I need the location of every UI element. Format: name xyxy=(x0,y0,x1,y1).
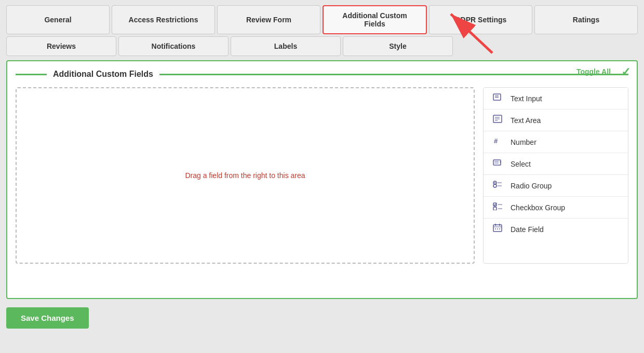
number-icon: # xyxy=(492,137,504,147)
field-sidebar: Text Input Text Area # Number xyxy=(483,87,628,264)
tab-row-2: Reviews Notifications Labels Style xyxy=(6,36,638,56)
field-item-date-field[interactable]: Date Field xyxy=(484,219,628,240)
toggle-all-button[interactable]: Toggle All xyxy=(576,67,611,76)
svg-text:#: # xyxy=(494,137,498,145)
field-item-number[interactable]: # Number xyxy=(484,131,628,153)
tab-access-restrictions[interactable]: Access Restrictions xyxy=(112,5,215,34)
field-label-checkbox-group: Checkbox Group xyxy=(511,203,565,212)
svg-rect-23 xyxy=(493,225,502,232)
field-label-text-area: Text Area xyxy=(511,116,541,125)
select-icon xyxy=(492,158,504,169)
drag-drop-zone[interactable]: Drag a field from the right to this area xyxy=(16,87,475,264)
main-panel: Toggle All ✓ Additional Custom Fields Dr… xyxy=(6,60,638,299)
tab-row-1: General Access Restrictions Review Form … xyxy=(6,5,638,34)
tab-general[interactable]: General xyxy=(6,5,110,34)
tab-style[interactable]: Style xyxy=(343,36,453,56)
tab-reviews[interactable]: Reviews xyxy=(6,36,116,56)
svg-rect-10 xyxy=(493,160,501,165)
svg-point-28 xyxy=(497,228,498,229)
svg-point-15 xyxy=(494,182,495,183)
date-field-icon xyxy=(492,224,504,235)
svg-rect-21 xyxy=(493,207,497,210)
tab-ratings[interactable]: Ratings xyxy=(534,5,638,34)
section-title: Additional Custom Fields xyxy=(53,70,153,79)
tab-gdpr-settings[interactable]: GDPR Settings xyxy=(429,5,532,34)
section-header: Additional Custom Fields xyxy=(16,70,628,79)
field-item-text-area[interactable]: Text Area xyxy=(484,110,628,131)
svg-point-17 xyxy=(493,184,497,187)
tab-labels[interactable]: Labels xyxy=(231,36,341,56)
content-area: Drag a field from the right to this area… xyxy=(16,87,628,264)
field-item-text-input[interactable]: Text Input xyxy=(484,88,628,110)
svg-point-27 xyxy=(495,228,496,229)
tab-review-form[interactable]: Review Form xyxy=(217,5,320,34)
header-line-right xyxy=(159,74,628,75)
field-item-select[interactable]: Select xyxy=(484,153,628,175)
chevron-down-icon[interactable]: ✓ xyxy=(621,65,630,79)
field-item-radio-group[interactable]: Radio Group xyxy=(484,175,628,197)
field-label-text-input: Text Input xyxy=(511,94,542,103)
svg-point-29 xyxy=(499,228,500,229)
field-label-date-field: Date Field xyxy=(511,225,544,234)
drag-hint-text: Drag a field from the right to this area xyxy=(185,171,305,180)
tab-notifications[interactable]: Notifications xyxy=(118,36,229,56)
text-area-icon xyxy=(492,115,504,126)
tab-additional-custom-fields[interactable]: Additional Custom Fields xyxy=(323,5,427,34)
header-line-left xyxy=(16,74,47,75)
field-label-number: Number xyxy=(511,138,536,146)
field-label-select: Select xyxy=(511,160,531,168)
checkbox-group-icon xyxy=(492,202,504,213)
radio-group-icon xyxy=(492,180,504,191)
text-input-icon xyxy=(492,93,504,104)
save-changes-button[interactable]: Save Changes xyxy=(6,307,89,329)
field-label-radio-group: Radio Group xyxy=(511,182,552,190)
field-item-checkbox-group[interactable]: Checkbox Group xyxy=(484,197,628,219)
